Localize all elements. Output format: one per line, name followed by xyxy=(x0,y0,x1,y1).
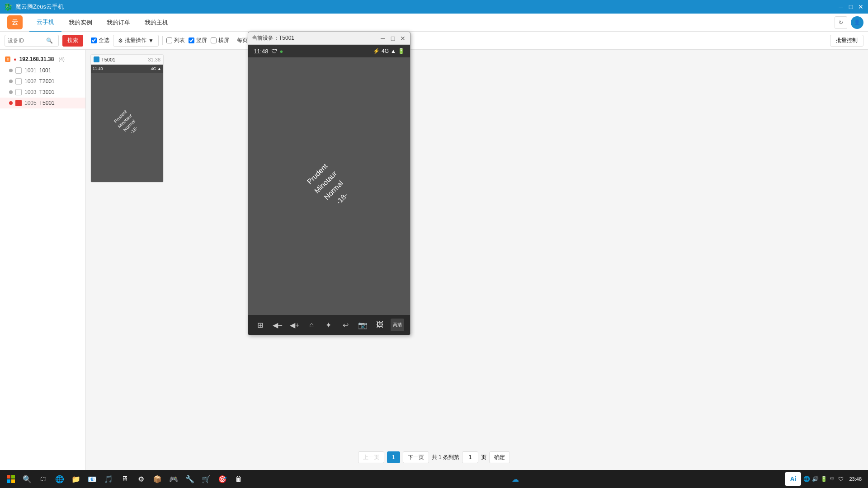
cloud-phone-app[interactable]: ☁ xyxy=(508,472,523,486)
game-button[interactable]: 🎮 xyxy=(166,472,181,486)
minimize-button[interactable]: ─ xyxy=(837,3,844,10)
screenshot-view-input[interactable] xyxy=(189,38,194,43)
signal-strength-icon: ▲ xyxy=(391,48,396,54)
phone-screen[interactable]: PrudentMinotaurNormal-18- xyxy=(248,57,410,315)
svg-rect-5 xyxy=(11,475,15,479)
start-button[interactable] xyxy=(4,472,18,486)
sidebar-item-1005[interactable]: 1005 T5001 xyxy=(0,98,85,108)
phone-close-button[interactable]: ✕ xyxy=(399,35,406,42)
search-taskbar-button[interactable]: 🔍 xyxy=(20,472,34,486)
next-page-button[interactable]: 下一页 xyxy=(403,451,429,463)
landscape-view-checkbox[interactable]: 横屏 xyxy=(211,37,229,44)
target-button[interactable]: 🎯 xyxy=(215,472,230,486)
sidebar-item-1003[interactable]: 1003 T3001 xyxy=(0,87,85,98)
media-button[interactable]: 🎵 xyxy=(101,472,116,486)
store-button[interactable]: 📦 xyxy=(150,472,165,486)
screenshot-view-checkbox[interactable]: 竖屏 xyxy=(189,37,207,44)
taskbar-right: Ai 🌐 🔊 🔋 中 🛡 23:48 xyxy=(785,472,864,486)
batch-op-button[interactable]: ⚙ 批量操作 ▼ xyxy=(113,35,159,47)
shop-button[interactable]: 🛒 xyxy=(199,472,213,486)
device-checkbox-1003[interactable] xyxy=(15,89,22,95)
tab-my-host[interactable]: 我的主机 xyxy=(137,14,175,32)
language-tray-icon[interactable]: 中 xyxy=(829,475,836,483)
tab-my-instance[interactable]: 我的实例 xyxy=(61,14,99,32)
device-checkbox-1005[interactable] xyxy=(15,100,22,106)
ip-address: 192.168.31.38 xyxy=(19,56,54,62)
taskbar: 🔍 🗂 🌐 📁 📧 🎵 🖥 ⚙ 📦 🎮 🔧 xyxy=(0,470,868,488)
phone-maximize-button[interactable]: □ xyxy=(389,35,396,42)
search-input[interactable] xyxy=(8,38,46,44)
battery-tray-icon[interactable]: 🔋 xyxy=(820,475,827,483)
title-bar: 🐉 魔云腾Zeus云手机 ─ □ ✕ xyxy=(0,0,868,14)
search-icon[interactable]: 🔍 xyxy=(46,38,53,44)
home-button[interactable]: ⌂ xyxy=(305,319,318,331)
shield-icon: 🛡 xyxy=(271,48,277,55)
phone-minimize-button[interactable]: ─ xyxy=(379,35,387,42)
maximize-button[interactable]: □ xyxy=(847,3,854,10)
camera-button[interactable]: 📷 xyxy=(356,319,369,331)
window-controls: ─ □ ✕ xyxy=(837,3,864,10)
svg-rect-7 xyxy=(11,479,15,483)
screen-button[interactable]: 🖥 xyxy=(118,472,132,486)
battery-icon: 🔋 xyxy=(398,48,405,54)
select-all-checkbox[interactable]: 全选 xyxy=(91,37,109,44)
batch-control-button[interactable]: 批量控制 xyxy=(830,35,863,47)
search-button[interactable]: 搜索 xyxy=(62,35,83,47)
refresh-button[interactable]: ↻ xyxy=(835,16,847,29)
back-button[interactable]: ↩ xyxy=(340,319,352,331)
browser-button[interactable]: 🌐 xyxy=(52,472,67,486)
select-all-input[interactable] xyxy=(91,38,97,43)
security-tray-icon[interactable]: 🛡 xyxy=(837,475,844,483)
vol-down-button[interactable]: ◀– xyxy=(271,319,284,331)
close-button[interactable]: ✕ xyxy=(857,3,864,10)
network-tray-icon[interactable]: 🌐 xyxy=(803,475,810,483)
mail-button[interactable]: 📧 xyxy=(85,472,99,486)
ai-badge[interactable]: Ai xyxy=(785,472,801,486)
screenshot-button[interactable]: 🖼 xyxy=(373,319,386,331)
phone-window-header: 当前设备：T5001 ─ □ ✕ xyxy=(248,32,410,45)
file-explorer-button[interactable]: 📁 xyxy=(69,472,83,486)
tab-my-orders[interactable]: 我的订单 xyxy=(99,14,137,32)
separator2 xyxy=(162,36,163,45)
device-status-dot xyxy=(9,69,13,72)
user-avatar[interactable]: 👤 xyxy=(851,16,863,29)
grid-button[interactable]: ⊞ xyxy=(254,319,267,331)
tab-cloud-phone[interactable]: 云手机 xyxy=(29,14,61,32)
device-card-t5001[interactable]: T5001 31.38 11:40 4G ▲ PrudentMinotaurNo… xyxy=(90,54,164,183)
prev-page-button[interactable]: 上一页 xyxy=(358,451,384,463)
task-view-button[interactable]: 🗂 xyxy=(36,472,51,486)
app-logo: 云 xyxy=(5,14,25,30)
card-id: 31.38 xyxy=(148,57,160,62)
ip-group: S ● 192.168.31.38 (4) 1001 1001 1002 T20… xyxy=(0,50,85,112)
page-number-input[interactable] xyxy=(462,451,478,463)
sidebar-ip-item[interactable]: S ● 192.168.31.38 (4) xyxy=(0,53,85,65)
grid-content: T5001 31.38 11:40 4G ▲ PrudentMinotaurNo… xyxy=(90,54,863,183)
green-dot: ● xyxy=(280,48,283,55)
device-checkbox-1001[interactable] xyxy=(15,67,22,74)
status-right: ⚡ 4G ▲ 🔋 xyxy=(373,48,405,54)
search-box: 🔍 xyxy=(5,35,59,47)
sound-tray-icon[interactable]: 🔊 xyxy=(811,475,819,483)
device-checkbox-1002[interactable] xyxy=(15,78,22,84)
vol-up-button[interactable]: ◀+ xyxy=(288,319,301,331)
list-view-checkbox[interactable]: 列表 xyxy=(166,37,185,44)
hd-button[interactable]: 高清 xyxy=(391,319,404,331)
landscape-view-input[interactable] xyxy=(211,38,217,43)
phone-window-title: 当前设备：T5001 xyxy=(252,34,377,42)
card-checkbox[interactable] xyxy=(94,56,99,62)
sidebar-item-1002[interactable]: 1002 T2001 xyxy=(0,76,85,87)
device-screen[interactable]: 11:40 4G ▲ PrudentMinotaurNormal-18- xyxy=(91,65,163,182)
tools-button[interactable]: 🔧 xyxy=(183,472,197,486)
sidebar-item-1001[interactable]: 1001 1001 xyxy=(0,65,85,76)
page-1-button[interactable]: 1 xyxy=(387,451,400,463)
ip-count: (4) xyxy=(58,56,64,62)
list-view-input[interactable] xyxy=(166,38,172,43)
confirm-button[interactable]: 确定 xyxy=(489,451,510,463)
touch-button[interactable]: ✦ xyxy=(322,319,335,331)
trash-button[interactable]: 🗑 xyxy=(231,472,246,486)
separator3 xyxy=(233,36,233,45)
settings-button[interactable]: ⚙ xyxy=(134,472,148,486)
device-status-dot-active xyxy=(9,101,13,105)
card-name: T5001 xyxy=(101,57,115,62)
clock-area[interactable]: 23:48 xyxy=(846,476,864,482)
